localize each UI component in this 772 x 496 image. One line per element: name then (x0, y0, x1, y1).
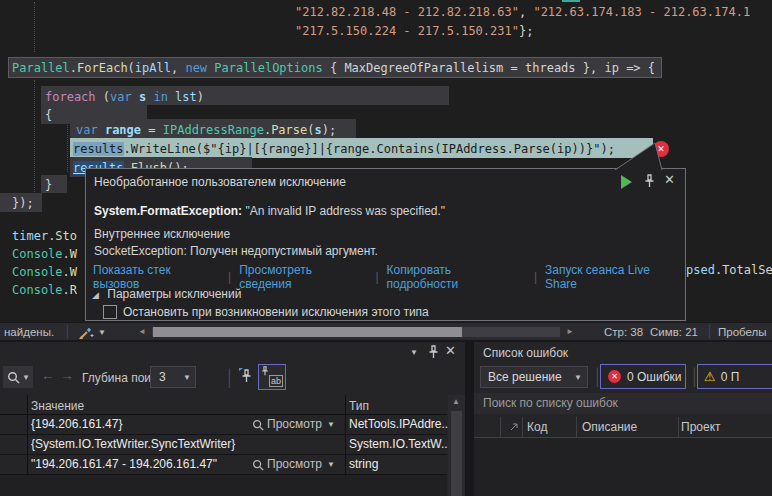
exception-text: "An invalid IP address was specified." (242, 204, 445, 218)
column-header-type[interactable]: Тип (349, 399, 369, 413)
status-line-number: Стр: 38 (604, 326, 643, 338)
view-button[interactable]: Просмотр (267, 417, 322, 431)
error-search-input[interactable]: Поиск по списку ошибок (474, 393, 772, 414)
back-icon[interactable]: ← (41, 367, 55, 383)
chevron-down-icon: ▼ (183, 373, 191, 382)
code-line: } (45, 176, 52, 195)
table-row[interactable]: {194.206.161.47} Просмотр ▼ NetTools.IPA… (0, 415, 447, 435)
ab-glyph: ab (269, 375, 283, 387)
hscroll-track[interactable] (152, 327, 560, 337)
column-header-project[interactable]: Проект (681, 420, 721, 434)
code-line: Console.R (12, 281, 77, 300)
expander-icon: ◢ (92, 290, 99, 300)
column-header-value[interactable]: Значение (31, 399, 84, 413)
scope-value: Все решение (488, 370, 562, 384)
close-icon[interactable]: ✕ (664, 172, 675, 187)
close-icon[interactable]: ✕ (445, 343, 456, 358)
continue-run-icon[interactable] (621, 175, 632, 189)
code-line: "212.82.218.48 - 212.82.218.63", "212.63… (295, 3, 750, 22)
cell-value: {System.IO.TextWriter.SyncTextWriter} (31, 437, 235, 451)
hscroll-thumb[interactable] (153, 327, 462, 337)
live-share-link[interactable]: Запуск сеанса Live Share (545, 263, 685, 291)
code-line: Console.W (12, 245, 77, 264)
code-line: var range = IPAddressRange.Parse(s); (76, 121, 336, 140)
exception-helper-popup: Необработанное пользователем исключение … (85, 168, 686, 321)
suppression-column-icon (510, 422, 519, 431)
vs-ide-window: "212.82.218.48 - 212.82.218.63", "212.63… (0, 0, 772, 496)
break-checkbox-label: Остановить при возникновении исключения … (123, 305, 429, 319)
error-list-panel: Список ошибок Все решение ▼ │ ✕ 0 Ошибки… (474, 342, 772, 496)
errors-filter-button[interactable]: ✕ 0 Ошибки (600, 364, 686, 389)
copy-details-link[interactable]: Копировать подробности (387, 263, 526, 291)
selection-artifact (562, 0, 580, 2)
pin-icon (261, 366, 269, 376)
column-header-description[interactable]: Описание (582, 420, 637, 434)
panel-title: Список ошибок (483, 346, 568, 360)
exception-type: System.FormatException: (94, 204, 242, 218)
code-line: psed.TotalSe (686, 261, 772, 280)
window-menu-icon[interactable]: ▼ (410, 348, 418, 357)
search-icon (7, 371, 20, 384)
warnings-count-label: 0 П (721, 370, 740, 384)
exception-settings-expander[interactable]: ◢ Параметры исключений (92, 287, 241, 301)
pin-icon[interactable] (644, 174, 655, 193)
grid-empty-area (0, 475, 447, 496)
watch-panel: ▼ ✕ ▼ ← → Глубина поиска: 3 ▼ │ ab Значе… (0, 342, 465, 496)
pin-to-source-icon[interactable] (238, 367, 252, 384)
indent-guide (34, 80, 35, 210)
view-button[interactable]: Просмотр (267, 457, 322, 471)
error-list-empty-body (474, 438, 772, 496)
errors-count-label: 0 Ошибки (627, 370, 682, 384)
cell-type: System.IO.TextW... (349, 437, 451, 451)
magnifier-icon (252, 459, 264, 471)
popup-callout-pointer (600, 139, 670, 170)
search-result-text: найдены. (4, 326, 54, 338)
exception-settings-label: Параметры исключений (107, 287, 241, 301)
cell-value: "194.206.161.47 - 194.206.161.47" (31, 457, 217, 471)
cleanup-dropdown-icon[interactable]: ▼ (98, 328, 106, 337)
cell-value: {194.206.161.47} (31, 417, 122, 431)
table-row[interactable]: {System.IO.TextWriter.SyncTextWriter} Sy… (0, 435, 447, 455)
editor-status-strip: найдены. │ ▼ ◄ ► Стр: 38 Симв: 21 │ Проб… (0, 322, 772, 341)
vscroll-up-icon[interactable]: ▲ (452, 397, 460, 406)
view-details-link[interactable]: Просмотреть сведения (239, 263, 367, 291)
chevron-down-icon[interactable]: ▼ (327, 460, 335, 469)
cell-type: NetTools.IPAddre... (349, 417, 452, 431)
code-cleanup-broom-icon[interactable] (78, 326, 94, 340)
text-visualizer-toggle[interactable]: ab (258, 364, 286, 390)
code-line: timer.Sto (12, 227, 77, 246)
magnifier-icon (252, 419, 264, 431)
popup-title: Необработанное пользователем исключение (94, 175, 346, 189)
error-circle-icon: ✕ (608, 370, 621, 383)
search-depth-value: 3 (159, 370, 166, 384)
column-header-code[interactable]: Код (527, 420, 547, 434)
warning-triangle-icon: ⚠ (704, 369, 716, 384)
error-search-placeholder: Поиск по списку ошибок (483, 396, 618, 410)
watch-search-button[interactable]: ▼ (3, 366, 33, 388)
chevron-down-icon: ▼ (574, 373, 582, 382)
code-line: "217.5.150.224 - 217.5.150.231"}; (295, 22, 533, 41)
pin-icon[interactable] (428, 345, 439, 360)
warnings-filter-button[interactable]: ⚠ 0 П (697, 364, 772, 389)
vscroll-track[interactable]: ▲ (448, 395, 465, 496)
table-row[interactable]: "194.206.161.47 - 194.206.161.47" Просмо… (0, 455, 447, 475)
scope-dropdown[interactable]: Все решение ▼ (480, 366, 588, 388)
search-depth-dropdown[interactable]: 3 ▼ (150, 366, 196, 388)
code-line: { (45, 106, 52, 125)
chevron-down-icon[interactable]: ▼ (327, 420, 335, 429)
hscroll-right-icon[interactable]: ► (566, 327, 574, 336)
code-line: Parallel.ForEach(ipAll, new ParallelOpti… (12, 59, 655, 78)
hscroll-left-icon[interactable]: ◄ (138, 327, 146, 336)
status-spaces-indicator[interactable]: Пробелы (718, 326, 767, 338)
code-line: }); (12, 194, 34, 213)
chevron-down-icon: ▼ (22, 373, 30, 382)
indent-guide (34, 2, 35, 52)
break-checkbox[interactable] (103, 305, 117, 319)
vscroll-thumb[interactable] (451, 411, 462, 496)
code-line: foreach (var s in lst) (45, 88, 204, 107)
code-line-exception: results.WriteLine($"{ip}|[{range}]|{rang… (73, 140, 615, 159)
bottom-tool-windows: ▼ ✕ ▼ ← → Глубина поиска: 3 ▼ │ ab Значе… (0, 340, 772, 496)
forward-icon[interactable]: → (60, 367, 74, 383)
inner-exception-message: SocketException: Получен недопустимый ар… (94, 244, 378, 258)
code-line: Console.W (12, 263, 77, 282)
